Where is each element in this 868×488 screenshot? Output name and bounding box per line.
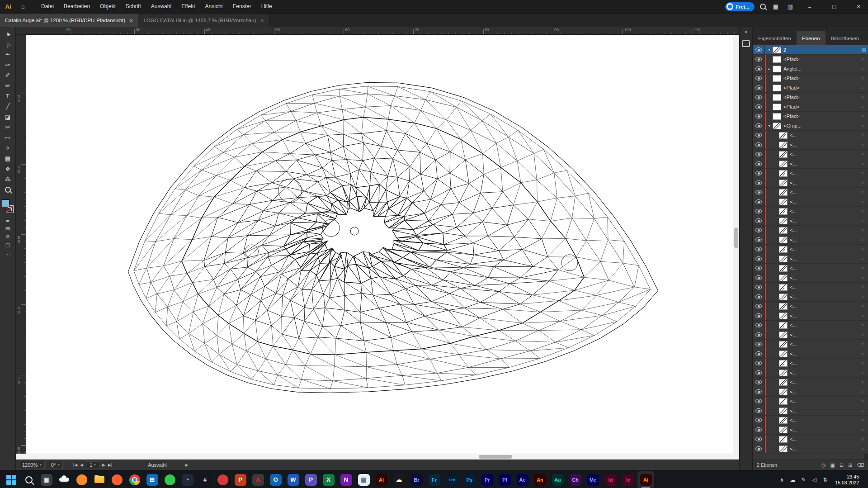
visibility-toggle[interactable] [753,397,765,406]
symbol-sprayer-tool[interactable]: ⁂ [1,174,14,185]
visibility-toggle[interactable] [753,83,765,92]
layer-row[interactable]: <...○ [753,378,868,387]
visibility-toggle[interactable] [753,340,765,349]
eraser-tool[interactable]: ◪ [1,112,14,122]
first-artboard-button[interactable]: |◀ [73,463,77,467]
target-circle[interactable]: ○ [857,85,868,90]
visibility-toggle[interactable] [753,226,765,235]
visibility-toggle[interactable] [753,330,765,339]
layer-row[interactable]: <...○ [753,273,868,283]
curvature-tool[interactable]: ✑ [1,60,14,70]
illustrator-window[interactable]: Ai [637,471,654,488]
visibility-toggle[interactable] [753,74,765,83]
target-circle[interactable]: ○ [857,266,868,270]
visibility-toggle[interactable] [753,273,765,282]
target-circle[interactable]: ○ [857,247,868,251]
target-circle[interactable]: ○ [857,199,868,204]
document-tab[interactable]: Catalin Auge.ai* @ 1200 % (RGB/CPU-Pfada… [0,14,138,27]
target-circle[interactable]: ○ [857,104,868,109]
layer-row[interactable]: <...○ [753,169,868,178]
clock-app[interactable]: ◔ [179,471,196,488]
layer-row[interactable]: ▾<Grup...○ [753,121,868,131]
maximize-button[interactable]: ▢ [825,0,844,13]
layer-row[interactable]: <Pfad>○ [753,74,868,83]
visibility-toggle[interactable] [753,435,765,444]
layer-row[interactable]: <...○ [753,416,868,425]
target-circle[interactable]: ○ [857,95,868,99]
panel-tab-bibliotheken[interactable]: Bibliotheken [826,31,865,45]
menu-ansicht[interactable]: Ansicht [200,0,228,13]
visibility-toggle[interactable] [753,188,765,197]
word[interactable]: W [285,471,302,488]
target-circle[interactable]: ○ [857,351,868,356]
visibility-toggle[interactable] [753,207,765,216]
target-circle[interactable]: ○ [857,370,868,375]
next-artboard-button[interactable]: ▶ [102,463,105,467]
layer-row[interactable]: <...○ [753,140,868,150]
target-circle[interactable]: ○ [857,408,868,413]
target-circle[interactable]: ○ [857,114,868,118]
layer-row[interactable]: ▸Anglei...○ [753,64,868,74]
target-circle[interactable]: ○ [857,66,868,71]
visibility-toggle[interactable] [753,235,765,244]
visibility-toggle[interactable] [753,159,765,168]
artboard-canvas[interactable] [26,35,739,454]
layer-row[interactable]: <Pfad>○ [753,55,868,64]
visibility-toggle[interactable] [753,264,765,273]
layer-row[interactable]: <...○ [753,321,868,330]
fill-swatch[interactable] [2,199,9,207]
horizontal-scrollbar-thumb[interactable] [479,455,512,459]
visibility-toggle[interactable] [753,359,765,368]
gradient-mode-icon[interactable]: ▤ [3,225,13,232]
premiere-pro[interactable]: Pr [479,471,495,488]
target-circle[interactable]: ○ [857,57,868,62]
collapse-icon[interactable]: ▾ [766,124,772,128]
fresco[interactable]: Fr [426,471,443,488]
after-effects[interactable]: Ae [514,471,531,488]
selection-tool[interactable]: ▲ [1,28,14,39]
onedrive-tray-icon[interactable]: ☁ [787,473,798,487]
visibility-toggle[interactable] [753,283,765,292]
target-circle[interactable]: ○ [857,427,868,432]
visibility-toggle[interactable] [753,387,765,396]
layer-row[interactable]: <...○ [753,368,868,378]
target-circle[interactable]: ○ [857,380,868,384]
layer-row[interactable]: <...○ [753,283,868,292]
scissors-tool[interactable]: ✂ [1,122,14,133]
layer-row[interactable]: <...○ [753,254,868,264]
chrome[interactable] [126,471,143,488]
layer-row[interactable]: <...○ [753,444,868,454]
layer-row[interactable]: <...○ [753,197,868,207]
menu-auswahl[interactable]: Auswahl [146,0,176,13]
target-circle[interactable]: ○ [857,142,868,147]
visibility-toggle[interactable] [753,121,765,130]
visibility-toggle[interactable] [753,302,765,311]
layer-row[interactable]: <Pfad>○ [753,102,868,112]
gradient-tool[interactable]: ▤ [1,153,14,164]
visibility-toggle[interactable] [753,169,765,178]
visibility-toggle[interactable] [753,140,765,149]
status-options-icon[interactable]: ▶ [185,463,189,467]
search-button[interactable] [20,471,37,488]
target-circle[interactable]: ○ [857,218,868,223]
previous-artboard-button[interactable]: ◀ [80,463,83,467]
last-artboard-button[interactable]: ▶| [108,463,112,467]
menu-bearbeiten[interactable]: Bearbeiten [59,0,95,13]
target-circle[interactable]: ○ [857,190,868,194]
layer-row[interactable]: <Pfad>○ [753,93,868,102]
menu-effekt[interactable]: Effekt [176,0,200,13]
hash-app[interactable]: # [197,471,213,488]
minimize-button[interactable]: – [800,0,819,13]
search-icon[interactable] [760,4,766,9]
visibility-toggle[interactable] [753,55,765,64]
lightroom-classic[interactable]: Lrc [443,471,460,488]
visibility-toggle[interactable] [753,378,765,387]
target-circle[interactable]: ○ [857,446,868,451]
creative-cloud[interactable]: ☁ [391,471,407,488]
visibility-toggle[interactable] [753,245,765,254]
layer-row[interactable]: <...○ [753,397,868,406]
target-circle[interactable]: ○ [857,237,868,242]
onedrive[interactable] [56,471,72,488]
visibility-toggle[interactable] [753,112,765,121]
blend-tool[interactable]: ❖ [1,164,14,174]
